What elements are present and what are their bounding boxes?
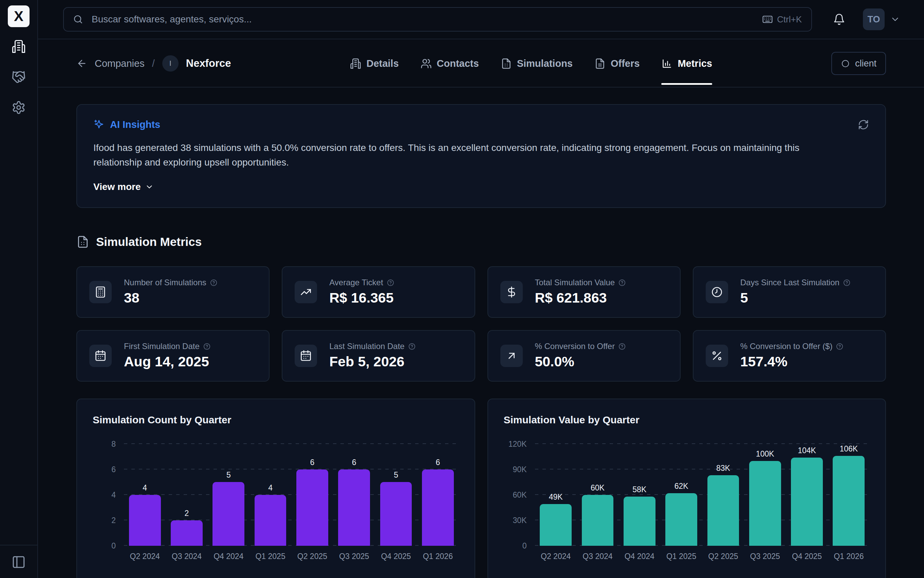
bar-value-label: 62K — [675, 482, 688, 491]
app-logo[interactable]: X — [8, 5, 29, 27]
client-status-badge[interactable]: client — [831, 52, 886, 75]
tab-offers[interactable]: Offers — [594, 40, 639, 87]
tab-metrics[interactable]: Metrics — [661, 40, 712, 87]
notifications-bell-icon[interactable] — [833, 13, 845, 26]
bar-value-label: 60K — [591, 483, 605, 492]
sidebar: X — [0, 0, 38, 578]
bar-value-label: 100K — [756, 450, 774, 459]
back-arrow-icon[interactable] — [76, 58, 87, 69]
help-icon[interactable] — [387, 279, 394, 287]
collapse-sidebar-icon[interactable] — [11, 555, 26, 569]
arrow-up-right-icon — [506, 350, 518, 362]
bar-q4-2024 — [213, 482, 244, 546]
y-tick-label: 4 — [111, 490, 116, 499]
x-tick-label: Q1 2026 — [828, 552, 870, 561]
search-bar[interactable]: Ctrl+K — [63, 7, 812, 32]
bar-q3-2025 — [338, 469, 370, 546]
help-icon[interactable] — [408, 343, 416, 351]
view-more-button[interactable]: View more — [93, 182, 869, 192]
y-tick-label: 60K — [513, 490, 527, 499]
y-tick-label: 120K — [509, 439, 527, 448]
chart-card: Simulation Count by Quarter 02468 425466… — [76, 399, 475, 578]
ai-insights-title: AI Insights — [110, 119, 160, 130]
bar-value-label: 5 — [226, 471, 231, 480]
chart-title: Simulation Count by Quarter — [93, 414, 459, 426]
plot-area: 49K60K58K62K83K100K104K106K — [535, 444, 870, 546]
kpi-cards-grid: Number of Simulations 38 Average Ticket … — [76, 266, 886, 382]
chart-card: Simulation Value by Quarter 030K60K90K12… — [488, 399, 886, 578]
trending-up-icon — [300, 286, 312, 298]
bar-value-label: 6 — [436, 458, 440, 467]
help-icon[interactable] — [618, 279, 626, 287]
metrics-file-icon — [76, 235, 89, 248]
percent-icon — [711, 350, 723, 362]
sidebar-item-settings-icon[interactable] — [11, 101, 26, 115]
x-tick-label: Q3 2024 — [577, 552, 618, 561]
bar-value-label: 58K — [633, 485, 646, 494]
ai-insights-card: AI Insights Ifood has generated 38 simul… — [76, 104, 886, 208]
y-tick-label: 2 — [111, 516, 116, 525]
file-text-icon — [594, 58, 605, 69]
main-content: Companies / I Nexforce Details Contacts … — [38, 40, 924, 578]
kpi-label: First Simulation Date — [124, 342, 200, 351]
chart-title: Simulation Value by Quarter — [504, 414, 870, 426]
refresh-icon[interactable] — [858, 119, 869, 130]
bar-value-label: 4 — [143, 483, 147, 492]
user-menu-chevron-icon[interactable] — [890, 14, 900, 24]
sidebar-item-building-icon[interactable] — [11, 39, 26, 54]
kpi-value: 157.4% — [740, 354, 844, 370]
kpi-card: Last Simulation Date Feb 5, 2026 — [282, 330, 475, 382]
kpi-card: % Conversion to Offer 50.0% — [488, 330, 681, 382]
kpi-value: Aug 14, 2025 — [124, 354, 211, 370]
tab-contacts[interactable]: Contacts — [421, 40, 479, 87]
tab-details[interactable]: Details — [350, 40, 399, 87]
breadcrumb-companies-link[interactable]: Companies — [95, 58, 145, 69]
kpi-value: 50.0% — [535, 354, 626, 370]
bar-value-label: 49K — [549, 492, 563, 502]
help-icon[interactable] — [618, 343, 626, 351]
simulation-metrics-header: Simulation Metrics — [76, 235, 886, 248]
bar-q2-2025 — [296, 469, 328, 546]
kpi-label: % Conversion to Offer ($) — [740, 342, 833, 351]
kpi-value: 5 — [740, 290, 851, 306]
kpi-value: R$ 621.863 — [535, 290, 626, 306]
kpi-card: % Conversion to Offer ($) 157.4% — [693, 330, 886, 382]
status-circle-icon — [841, 59, 850, 68]
kpi-label: Total Simulation Value — [535, 278, 615, 287]
y-axis: 02468 — [93, 444, 124, 546]
bar-value-label: 83K — [716, 464, 730, 473]
x-tick-label: Q1 2026 — [417, 552, 459, 561]
tab-simulations[interactable]: Simulations — [501, 40, 573, 87]
y-tick-label: 30K — [513, 516, 527, 525]
x-tick-label: Q1 2025 — [660, 552, 702, 561]
search-input[interactable] — [91, 13, 762, 25]
bar-value-label: 104K — [798, 446, 816, 455]
help-icon[interactable] — [836, 343, 844, 351]
help-icon[interactable] — [203, 343, 211, 351]
sidebar-item-handshake-icon[interactable] — [11, 70, 26, 84]
y-tick-label: 0 — [522, 541, 527, 550]
y-tick-label: 8 — [111, 439, 116, 448]
kpi-card: First Simulation Date Aug 14, 2025 — [76, 330, 270, 382]
user-avatar[interactable]: TO — [863, 8, 885, 30]
help-icon[interactable] — [210, 279, 218, 287]
help-icon[interactable] — [843, 279, 851, 287]
charts-grid: Simulation Count by Quarter 02468 425466… — [76, 399, 886, 578]
bar-q4-2025 — [380, 482, 412, 546]
file-dots-icon — [501, 58, 512, 69]
plot-area: 42546656 — [124, 444, 459, 546]
sidebar-divider — [0, 545, 37, 546]
x-tick-label: Q3 2025 — [744, 552, 786, 561]
bar-q1-2025 — [255, 495, 286, 546]
x-axis-labels: Q2 2024Q3 2024Q4 2024Q1 2025Q2 2025Q3 20… — [535, 552, 870, 561]
chart-icon — [661, 58, 672, 69]
users-icon — [421, 58, 432, 69]
calendar-icon — [94, 350, 107, 362]
kpi-label: Days Since Last Simulation — [740, 278, 839, 287]
bar-value-label: 5 — [394, 471, 398, 480]
x-tick-label: Q3 2024 — [166, 552, 207, 561]
kpi-label: Number of Simulations — [124, 278, 207, 287]
x-tick-label: Q4 2025 — [375, 552, 417, 561]
company-name: Nexforce — [186, 57, 231, 70]
kpi-value: 38 — [124, 290, 218, 306]
